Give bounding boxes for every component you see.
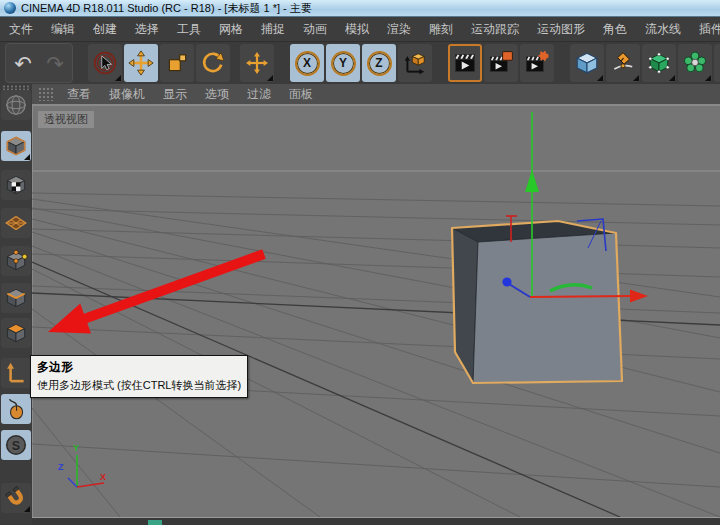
- viewport-menu-cameras[interactable]: 摄像机: [100, 84, 154, 104]
- mograph-object-button[interactable]: [678, 44, 712, 82]
- svg-text:S: S: [12, 439, 20, 453]
- last-tool-move-icon: [245, 51, 269, 75]
- menu-item-character[interactable]: 角色: [594, 18, 636, 41]
- menu-item-snap[interactable]: 捕捉: [252, 18, 294, 41]
- move-tool[interactable]: [124, 44, 158, 82]
- viewport-menu-grip[interactable]: [38, 87, 54, 101]
- timeline-marker: [148, 520, 162, 525]
- polygons-mode-icon: [3, 320, 29, 346]
- viewport-menu-filter[interactable]: 过滤: [238, 84, 280, 104]
- move-icon: [128, 50, 154, 76]
- menu-item-edit[interactable]: 编辑: [42, 18, 84, 41]
- mograph-icon: [682, 50, 708, 76]
- render-view-icon: [452, 50, 478, 76]
- lock-x-axis-button[interactable]: X: [290, 44, 324, 82]
- spline-pen-button[interactable]: [606, 44, 640, 82]
- menu-item-select[interactable]: 选择: [126, 18, 168, 41]
- viewport-menu-view[interactable]: 查看: [58, 84, 100, 104]
- redo-icon: ↷: [46, 53, 64, 74]
- points-mode-button[interactable]: [1, 246, 31, 276]
- polygons-mode-tooltip: 多边形 使用多边形模式 (按住CTRL转换当前选择): [30, 355, 248, 398]
- perspective-viewport[interactable]: 透视视图: [32, 104, 720, 517]
- last-used-tool[interactable]: [240, 44, 274, 82]
- edit-render-settings-button[interactable]: [520, 44, 554, 82]
- x-axis-icon: X: [295, 51, 320, 76]
- workplane-mode-icon: [3, 210, 29, 236]
- viewport-menu-panel[interactable]: 面板: [280, 84, 322, 104]
- lock-z-axis-button[interactable]: Z: [362, 44, 396, 82]
- render-picture-viewer-icon: [488, 50, 514, 76]
- menu-item-plugins[interactable]: 插件: [690, 18, 720, 41]
- subdivision-surface-icon: [646, 50, 672, 76]
- solo-icon: S: [3, 432, 29, 458]
- axis-label-y: Y: [73, 443, 79, 453]
- menu-item-motion-tracker[interactable]: 运动跟踪: [462, 18, 528, 41]
- y-axis-icon: Y: [331, 51, 356, 76]
- viewport-3d-scene: Y X Z: [32, 104, 720, 517]
- make-editable-button[interactable]: [1, 90, 31, 120]
- main-menu-bar: 文件 编辑 创建 选择 工具 网格 捕捉 动画 模拟 渲染 雕刻 运动跟踪 运动…: [0, 18, 720, 42]
- viewport-menu-bar: 查看 摄像机 显示 选项 过滤 面板: [32, 84, 720, 105]
- bottom-strip: [32, 517, 720, 525]
- axis-label-x: X: [100, 472, 106, 482]
- tweak-mode-button[interactable]: [1, 394, 31, 424]
- menu-item-render[interactable]: 渲染: [378, 18, 420, 41]
- menu-item-file[interactable]: 文件: [0, 18, 42, 41]
- edges-mode-button[interactable]: [1, 283, 31, 313]
- viewport-menu-display[interactable]: 显示: [154, 84, 196, 104]
- enable-snap-button[interactable]: [1, 483, 31, 513]
- app-icon: [4, 2, 16, 14]
- main-toolbar: ↶ ↷: [0, 42, 720, 85]
- rotate-tool[interactable]: [196, 44, 230, 82]
- render-settings-icon: [524, 50, 550, 76]
- polygons-mode-button[interactable]: [1, 318, 31, 348]
- scale-icon: [164, 50, 190, 76]
- subdivision-surface-button[interactable]: [642, 44, 676, 82]
- live-selection-icon: [92, 50, 118, 76]
- undo-button[interactable]: ↶: [8, 44, 38, 82]
- menu-item-tools[interactable]: 工具: [168, 18, 210, 41]
- menu-item-animate[interactable]: 动画: [294, 18, 336, 41]
- deformer-button[interactable]: [714, 44, 720, 82]
- menu-item-simulate[interactable]: 模拟: [336, 18, 378, 41]
- menu-item-mograph[interactable]: 运动图形: [528, 18, 594, 41]
- render-view-button[interactable]: [448, 44, 482, 82]
- viewport-label[interactable]: 透视视图: [38, 111, 94, 128]
- window-title: CINEMA 4D R18.011 Studio (RC - R18) - [未…: [21, 1, 312, 16]
- tooltip-title: 多边形: [37, 359, 241, 376]
- cube-primitive-icon: [574, 50, 600, 76]
- menu-item-sculpt[interactable]: 雕刻: [420, 18, 462, 41]
- render-to-picture-viewer-button[interactable]: [484, 44, 518, 82]
- edges-mode-icon: [3, 285, 29, 311]
- texture-mode-button[interactable]: [1, 170, 31, 200]
- annotation-arrow: [48, 249, 266, 333]
- redo-button[interactable]: ↷: [40, 44, 70, 82]
- scale-tool[interactable]: [160, 44, 194, 82]
- viewport-menu-options[interactable]: 选项: [196, 84, 238, 104]
- tooltip-description: 使用多边形模式 (按住CTRL转换当前选择): [37, 378, 241, 393]
- axis-label-z: Z: [58, 462, 64, 472]
- mouse-icon: [3, 396, 29, 422]
- cinema4d-window: CINEMA 4D R18.011 Studio (RC - R18) - [未…: [0, 0, 720, 525]
- add-cube-primitive-button[interactable]: [570, 44, 604, 82]
- viewport-solo-button[interactable]: S: [1, 430, 31, 460]
- menu-item-create[interactable]: 创建: [84, 18, 126, 41]
- workplane-mode-button[interactable]: [1, 208, 31, 238]
- cube-object[interactable]: [452, 221, 622, 383]
- enable-axis-icon: [3, 360, 29, 386]
- enable-axis-button[interactable]: [1, 358, 31, 388]
- z-axis-icon: Z: [367, 51, 392, 76]
- gizmo-x-axis[interactable]: [530, 296, 630, 297]
- menu-item-mesh[interactable]: 网格: [210, 18, 252, 41]
- coordinate-system-icon: [402, 50, 428, 76]
- title-bar: CINEMA 4D R18.011 Studio (RC - R18) - [未…: [0, 0, 720, 17]
- coordinate-system-button[interactable]: [398, 44, 432, 82]
- mode-sidebar: S: [0, 84, 33, 525]
- points-mode-icon: [3, 248, 29, 274]
- spline-pen-icon: [610, 50, 636, 76]
- live-selection-tool[interactable]: [88, 44, 122, 82]
- lock-y-axis-button[interactable]: Y: [326, 44, 360, 82]
- rotate-icon: [200, 50, 226, 76]
- menu-item-pipeline[interactable]: 流水线: [636, 18, 690, 41]
- model-mode-button[interactable]: [1, 131, 31, 161]
